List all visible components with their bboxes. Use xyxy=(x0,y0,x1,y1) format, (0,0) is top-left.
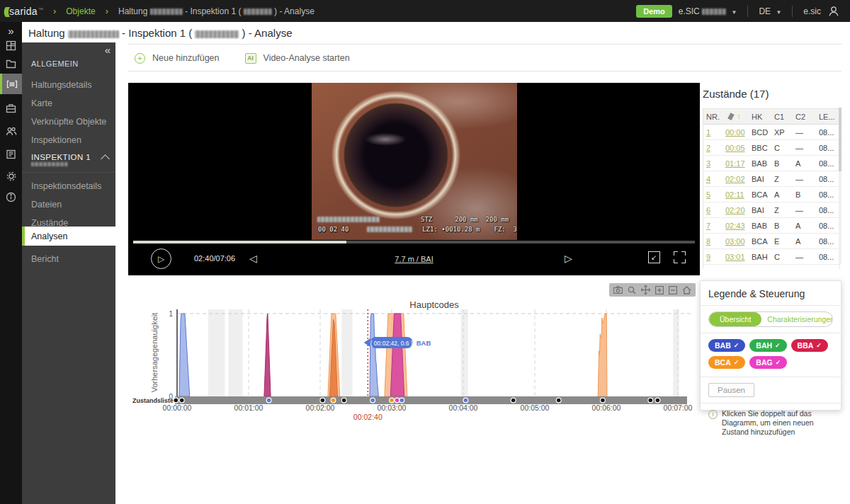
sidebar-item-dateien[interactable]: Dateien xyxy=(31,200,62,210)
code-badge-bca[interactable]: BCA✓ xyxy=(708,356,745,369)
zustand-dot[interactable] xyxy=(341,398,346,403)
zustand-dot[interactable] xyxy=(601,398,606,403)
resize-video-button[interactable]: ↙ xyxy=(648,251,660,263)
zustand-row[interactable]: 100:00BCDXP—08... xyxy=(703,125,839,140)
expand-sidebar-icon[interactable]: » xyxy=(0,25,22,37)
zustand-time-link[interactable]: 03:00 xyxy=(722,237,749,246)
collapse-sidebar-icon[interactable]: « xyxy=(105,44,110,56)
zustand-time-link[interactable]: 00:00 xyxy=(722,128,749,137)
code-badge-bba[interactable]: BBA✓ xyxy=(791,339,828,352)
users-icon[interactable] xyxy=(0,127,22,136)
col-nr[interactable]: NR. xyxy=(703,113,722,121)
zustand-nr-link[interactable]: 9 xyxy=(703,253,722,261)
hauptcodes-chart-svg[interactable]: 00:00:0000:01:0000:02:0000:03:0000:04:00… xyxy=(128,276,700,426)
zustand-dot[interactable] xyxy=(320,398,325,403)
zustand-dot[interactable] xyxy=(390,398,395,403)
video-progress-bar[interactable] xyxy=(133,241,695,244)
zustandsliste-bar[interactable] xyxy=(175,396,687,404)
zustand-dot[interactable] xyxy=(400,398,404,403)
zustand-row[interactable]: 402:02BAIZ—08... xyxy=(703,171,839,187)
zustand-time-link[interactable]: 00:05 xyxy=(722,144,749,152)
zustand-nr-link[interactable]: 1 xyxy=(703,128,722,137)
zustand-nr-link[interactable]: 8 xyxy=(703,237,722,246)
zustand-row[interactable]: 702:43BABBA08... xyxy=(703,218,839,234)
zustand-time-link[interactable]: 02:20 xyxy=(722,206,749,214)
language-selector[interactable]: DE ▼ xyxy=(759,6,781,16)
next-frame-button[interactable]: ▷ xyxy=(565,253,572,264)
camera-icon[interactable] xyxy=(613,286,623,294)
zustand-nr-link[interactable]: 7 xyxy=(703,222,722,230)
start-video-analysis-button[interactable]: Video-Analyse starten xyxy=(264,53,350,63)
pan-icon[interactable] xyxy=(641,285,650,294)
col-c1[interactable]: C1 xyxy=(771,113,793,121)
zustand-row[interactable]: 502:11BCAAB08... xyxy=(703,187,839,202)
table-scrollbar[interactable] xyxy=(839,108,842,264)
zustand-time-link[interactable]: 03:05 xyxy=(722,268,749,270)
info-icon[interactable] xyxy=(0,192,22,202)
col-video-time-sort[interactable]: ↑ xyxy=(722,113,749,120)
dashboard-grid-icon[interactable] xyxy=(0,40,22,51)
zustand-row[interactable]: 1003:05BAG——08 xyxy=(703,265,839,269)
zustand-row[interactable]: 803:00BCAEA08... xyxy=(703,234,839,249)
sidebar-item-inspektionsdetails[interactable]: Inspektionsdetails xyxy=(31,181,101,191)
sarida-logo[interactable]: ((( sarida ™ xyxy=(4,5,43,17)
zustand-dot[interactable] xyxy=(395,398,400,403)
user-profile-icon[interactable] xyxy=(827,5,840,18)
zoom-in-icon[interactable] xyxy=(655,286,664,294)
account-menu[interactable]: e.SIC ▼ xyxy=(679,6,737,16)
sidebar-item-bericht[interactable]: Bericht xyxy=(31,254,59,264)
fullscreen-button[interactable] xyxy=(674,251,686,263)
sidebar-item-analysen-selected[interactable]: Analysen xyxy=(22,227,115,246)
col-hk[interactable]: HK xyxy=(749,113,771,121)
zustand-dot[interactable] xyxy=(511,398,516,403)
zustand-dot[interactable] xyxy=(556,398,561,403)
zustand-dot[interactable] xyxy=(463,398,468,403)
chevron-up-icon[interactable] xyxy=(101,154,110,164)
zustand-time-link[interactable]: 02:43 xyxy=(722,222,749,230)
zustand-dot[interactable] xyxy=(648,398,653,403)
zustand-dot[interactable] xyxy=(266,398,271,403)
zustand-dot[interactable] xyxy=(655,398,660,403)
zustand-row[interactable]: 200:05BBCC—08... xyxy=(703,140,839,156)
sidebar-section-inspektion1[interactable]: INSPEKTION 1 xyxy=(31,153,91,161)
code-badge-bab[interactable]: BAB✓ xyxy=(708,339,745,352)
zustand-dot[interactable] xyxy=(179,398,184,403)
zustand-nr-link[interactable]: 6 xyxy=(703,206,722,214)
add-analysis-button[interactable]: Neue hinzufügen xyxy=(152,53,220,63)
zustand-time-link[interactable]: 01:17 xyxy=(722,159,749,168)
zustand-row[interactable]: 301:17BABBA08... xyxy=(703,156,839,171)
sidebar-item-haltungsdetails[interactable]: Haltungsdetails xyxy=(31,80,91,90)
zustand-nr-link[interactable]: 4 xyxy=(703,175,722,183)
zustand-time-link[interactable]: 02:11 xyxy=(722,190,749,199)
briefcase-icon[interactable] xyxy=(0,103,22,113)
report-icon[interactable] xyxy=(0,149,22,159)
zoom-icon[interactable] xyxy=(628,286,636,294)
col-c2[interactable]: C2 xyxy=(793,113,816,121)
zoom-out-icon[interactable] xyxy=(669,286,677,294)
pausen-button[interactable]: Pausen xyxy=(708,383,754,397)
sidebar-item-inspektionen[interactable]: Inspektionen xyxy=(31,135,81,145)
breadcrumb-objekte[interactable]: Objekte xyxy=(66,6,95,16)
sidebar-item-verknuepfte-objekte[interactable]: Verknüpfte Objekte xyxy=(31,117,106,127)
zustand-nr-link[interactable]: 5 xyxy=(703,190,722,199)
position-code-link[interactable]: 7.7 m / BAI xyxy=(128,255,700,263)
tab-uebersicht[interactable]: Übersicht xyxy=(709,312,761,326)
reset-axes-icon[interactable] xyxy=(682,286,691,294)
code-badge-bag[interactable]: BAG✓ xyxy=(749,356,787,369)
code-badge-bah[interactable]: BAH✓ xyxy=(749,339,786,352)
zustand-nr-link[interactable]: 3 xyxy=(703,159,722,168)
zustand-dot[interactable] xyxy=(370,398,375,403)
sidebar-item-karte[interactable]: Karte xyxy=(31,98,52,108)
gear-icon[interactable] xyxy=(0,171,22,182)
zustand-dot[interactable] xyxy=(331,398,336,403)
zustand-row[interactable]: 903:01BAHC—08... xyxy=(703,249,839,265)
zustand-nr-link[interactable]: 2 xyxy=(703,144,722,152)
hauptcodes-chart[interactable]: 00:00:0000:01:0000:02:0000:03:0000:04:00… xyxy=(128,276,700,426)
inspection-video-frame[interactable]: STZ 200 mm 200 mm 00 02 40 LZ1: •0010.28… xyxy=(312,83,517,240)
folder-icon[interactable] xyxy=(0,59,22,69)
tab-charakterisierungen[interactable]: Charakterisierungen xyxy=(761,312,833,326)
rail-item-haltung-selected[interactable] xyxy=(0,74,22,94)
zustand-time-link[interactable]: 03:01 xyxy=(722,253,749,261)
zustand-dot[interactable] xyxy=(174,398,178,403)
col-le[interactable]: LE... xyxy=(816,113,839,121)
